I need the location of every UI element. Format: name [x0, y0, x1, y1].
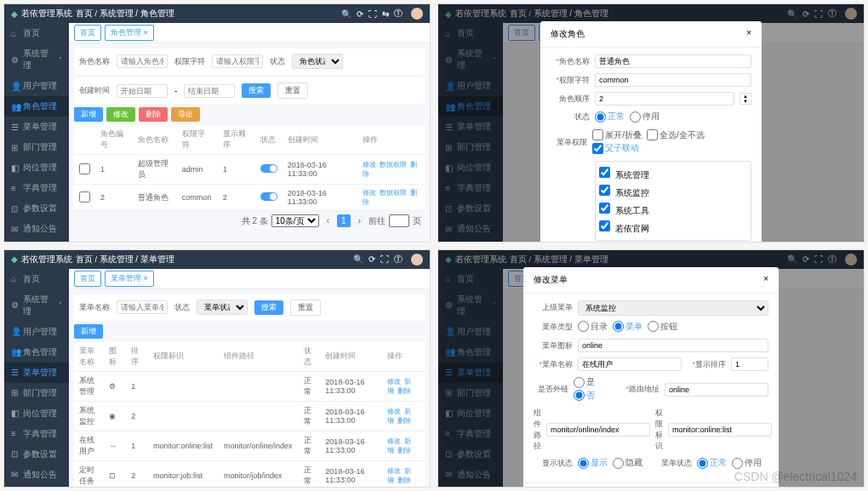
dialog-title: 修改菜单: [534, 274, 568, 286]
dialog-title: 修改角色: [551, 28, 585, 40]
sidebar-item[interactable]: ≡字典管理: [4, 178, 69, 198]
role-name-field[interactable]: [595, 54, 751, 68]
sidebar-item[interactable]: ⊞部门管理: [4, 137, 69, 157]
sidebar-item[interactable]: ⌂首页: [4, 23, 69, 43]
role-table: 角色编号角色名称权限字符显示顺序状态创建时间操作1超级管理员admin12018…: [74, 125, 425, 211]
app-menu-edit: 若依管理系统首页 / 系统管理 / 菜单管理🔍⟳⛶Ⓣ ⌂首页⚙系统管理˅👤用户管…: [437, 249, 865, 488]
perm-tree: 系统管理 系统监控 系统工具 若依官网: [595, 161, 751, 241]
role-name-input[interactable]: [117, 54, 168, 68]
icon-field[interactable]: [578, 339, 768, 352]
sidebar-item[interactable]: ⌂首页: [4, 269, 69, 289]
perm-key-field[interactable]: [595, 73, 751, 87]
sidebar-item[interactable]: ✉通知公告: [4, 465, 69, 485]
app-role-edit: 若依管理系统首页 / 系统管理 / 角色管理🔍⟳⛶Ⓣ ⌂首页⚙系统管理˅👤用户管…: [437, 3, 865, 243]
hdr-icons: 🔍⟳⛶⇆Ⓣ: [341, 8, 423, 20]
sidebar-item[interactable]: ⊞部门管理: [4, 383, 69, 403]
delete-button[interactable]: 删除: [139, 107, 168, 122]
fullscreen-icon[interactable]: ⛶: [368, 9, 377, 19]
search-button[interactable]: 搜索: [254, 300, 283, 315]
add-button[interactable]: 新增: [74, 324, 103, 339]
sidebar-item[interactable]: ▤日志管理˅: [4, 485, 69, 488]
close-icon[interactable]: ×: [763, 274, 768, 286]
app-role-list: 若依管理系统 首页 / 系统管理 / 角色管理 🔍⟳⛶⇆Ⓣ ⌂首页⚙系统管理˅👤…: [3, 3, 431, 243]
step-down[interactable]: ▼: [740, 99, 751, 104]
date-end[interactable]: [184, 84, 235, 98]
order-field[interactable]: [595, 92, 734, 106]
modal-mask: 修改角色× 角色名称 权限字符 角色顺序▲▼ 状态正常停用 菜单权限展开/折叠全…: [438, 4, 864, 242]
search-bar: 角色名称 权限字符 状态角色状态: [74, 49, 425, 74]
export-button[interactable]: 导出: [171, 107, 200, 122]
search-button[interactable]: 搜索: [242, 83, 271, 98]
tab-role[interactable]: 角色管理: [105, 25, 154, 41]
sidebar-item[interactable]: 👥角色管理: [4, 342, 69, 363]
table-row: 定时任务⊡2monitor:job:listmonitor/job/index正…: [74, 460, 425, 487]
sidebar-item[interactable]: ✉通知公告: [4, 219, 69, 239]
table-row: 在线用户↔1monitor:online:listmonitor/online/…: [74, 431, 425, 460]
table-row: 2普通角色common22018-03-16 11:33:00修改数据权限删除: [74, 185, 425, 211]
size-icon[interactable]: ⇆: [382, 9, 389, 19]
sidebar-item[interactable]: 👤用户管理: [4, 322, 69, 342]
layout-icon[interactable]: Ⓣ: [394, 8, 403, 20]
table-row: 系统管理⚙1正常2018-03-16 11:33:00修改新增删除: [74, 371, 425, 401]
sidebar-item[interactable]: ⚙系统管理˅: [4, 43, 69, 76]
table-row: 系统监控◉2正常2018-03-16 11:33:00修改新增删除: [74, 401, 425, 431]
sidebar-item[interactable]: ◧岗位管理: [4, 403, 69, 424]
perm-field[interactable]: [668, 423, 772, 437]
github-icon[interactable]: ⟳: [357, 9, 363, 19]
sidebar-item[interactable]: ≡字典管理: [4, 424, 69, 444]
app-menu-list: 若依管理系统首页 / 系统管理 / 菜单管理🔍⟳⛶Ⓣ ⌂首页⚙系统管理˅👤用户管…: [3, 249, 431, 488]
component-field[interactable]: [546, 423, 650, 437]
reset-button[interactable]: 重置: [277, 83, 308, 99]
sidebar-item[interactable]: ◧岗位管理: [4, 157, 69, 178]
parent-select[interactable]: 系统监控: [578, 300, 768, 316]
add-button[interactable]: 新增: [74, 107, 103, 122]
tab-home[interactable]: 首页: [74, 25, 101, 41]
sidebar-item[interactable]: 👥角色管理: [4, 96, 69, 117]
menu-table: 菜单名称图标排序权限标识组件路径状态创建时间操作系统管理⚙1正常2018-03-…: [74, 342, 425, 488]
sidebar-item[interactable]: ☰菜单管理: [4, 117, 69, 137]
date-start[interactable]: [117, 84, 168, 98]
status-select[interactable]: 角色状态: [292, 54, 343, 69]
status-switch[interactable]: [260, 192, 277, 201]
menu-name-input[interactable]: [117, 300, 168, 314]
sidebar-item[interactable]: ⚙系统管理˅: [4, 289, 69, 322]
sidebar-item[interactable]: ⊡参数设置: [4, 198, 69, 219]
role-dialog: 修改角色× 角色名称 权限字符 角色顺序▲▼ 状态正常停用 菜单权限展开/折叠全…: [540, 21, 762, 243]
order-field[interactable]: [731, 357, 768, 371]
sidebar-item[interactable]: ▤日志管理˅: [4, 239, 69, 242]
menu-name-field[interactable]: [578, 357, 682, 371]
route-field[interactable]: [665, 383, 768, 397]
edit-button[interactable]: 修改: [106, 107, 135, 122]
perm-key-input[interactable]: [212, 54, 263, 68]
menu-dialog: 修改菜单× 上级菜单系统监控 菜单类型目录菜单按钮 菜单图标 菜单名称显示排序 …: [523, 267, 779, 488]
close-icon[interactable]: ×: [746, 28, 751, 40]
sidebar-item[interactable]: ☰菜单管理: [4, 363, 69, 383]
sidebar-item[interactable]: 👤用户管理: [4, 76, 69, 96]
pagination: 共 2 条 10条/页 ‹1› 前往页: [74, 211, 425, 231]
sidebar: ⌂首页⚙系统管理˅👤用户管理👥角色管理☰菜单管理⊞部门管理◧岗位管理≡字典管理⊡…: [4, 23, 69, 242]
logo[interactable]: 若依管理系统: [11, 8, 76, 20]
search-icon[interactable]: 🔍: [341, 9, 351, 19]
table-row: 1超级管理员admin12018-03-16 11:33:00修改数据权限删除: [74, 155, 425, 185]
sidebar-item[interactable]: ⊡参数设置: [4, 444, 69, 465]
header: 若依管理系统 首页 / 系统管理 / 角色管理 🔍⟳⛶⇆Ⓣ: [4, 4, 430, 23]
status-switch[interactable]: [260, 164, 277, 173]
avatar[interactable]: [411, 8, 423, 20]
reset-button[interactable]: 重置: [290, 300, 321, 316]
